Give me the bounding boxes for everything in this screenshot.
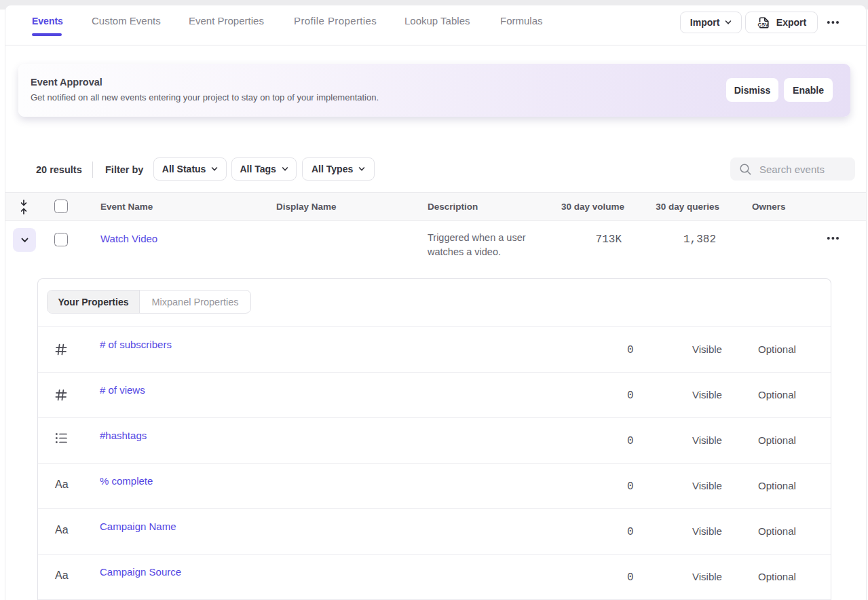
svg-text:CSV: CSV bbox=[757, 21, 768, 27]
